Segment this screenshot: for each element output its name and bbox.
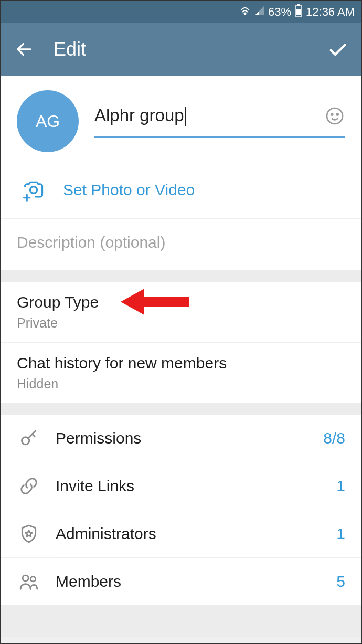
members-value: 5 — [336, 573, 345, 590]
svg-marker-2 — [255, 12, 259, 15]
group-name-field-wrap: Alphr group — [94, 105, 345, 138]
svg-point-7 — [327, 108, 343, 124]
battery-icon — [294, 4, 303, 20]
permissions-label: Permissions — [56, 429, 308, 447]
invite-links-value: 1 — [336, 477, 345, 495]
invite-links-label: Invite Links — [56, 477, 322, 495]
set-photo-label: Set Photo or Video — [63, 181, 195, 199]
group-name-input[interactable]: Alphr group — [94, 105, 324, 126]
back-button[interactable] — [14, 39, 35, 60]
svg-point-9 — [337, 113, 338, 115]
group-type-row[interactable]: Group Type Private — [1, 282, 361, 342]
set-photo-row[interactable]: Set Photo or Video — [1, 168, 361, 218]
group-type-value: Private — [17, 315, 345, 331]
group-type-label: Group Type — [17, 293, 345, 311]
wifi-icon — [239, 4, 251, 20]
members-row[interactable]: Members 5 — [1, 558, 361, 605]
members-label: Members — [56, 573, 322, 590]
chat-history-value: Hidden — [17, 376, 345, 392]
shield-star-icon — [17, 522, 41, 546]
svg-point-14 — [23, 575, 28, 581]
text-caret — [185, 107, 186, 126]
administrators-row[interactable]: Administrators 1 — [1, 510, 361, 557]
confirm-button[interactable] — [327, 39, 348, 60]
page-title: Edit — [54, 38, 327, 60]
svg-marker-1 — [255, 6, 264, 15]
app-header: Edit — [1, 23, 361, 76]
battery-percent: 63% — [268, 5, 291, 19]
svg-point-0 — [244, 13, 246, 15]
permissions-row[interactable]: Permissions 8/8 — [1, 415, 361, 462]
members-icon — [17, 569, 41, 594]
avatar[interactable]: AG — [17, 90, 79, 152]
link-icon — [17, 474, 41, 498]
signal-icon — [254, 5, 265, 19]
svg-point-10 — [30, 187, 37, 194]
svg-rect-5 — [296, 9, 301, 15]
svg-point-8 — [331, 113, 333, 115]
chat-history-label: Chat history for new members — [17, 354, 345, 372]
administrators-label: Administrators — [56, 525, 322, 543]
camera-icon — [21, 177, 46, 203]
profile-section: AG Alphr group Set Photo or Vide — [1, 76, 361, 270]
clock: 12:36 AM — [306, 5, 355, 19]
chat-history-row[interactable]: Chat history for new members Hidden — [1, 343, 361, 403]
permissions-value: 8/8 — [323, 429, 345, 447]
emoji-button[interactable] — [324, 105, 345, 126]
description-input[interactable]: Description (optional) — [1, 219, 361, 270]
administrators-value: 1 — [336, 525, 345, 543]
description-placeholder: Description (optional) — [17, 234, 165, 251]
avatar-initials: AG — [36, 112, 60, 131]
status-bar: 63% 12:36 AM — [1, 1, 361, 23]
key-icon — [17, 426, 41, 450]
svg-point-15 — [30, 577, 36, 582]
invite-links-row[interactable]: Invite Links 1 — [1, 462, 361, 510]
